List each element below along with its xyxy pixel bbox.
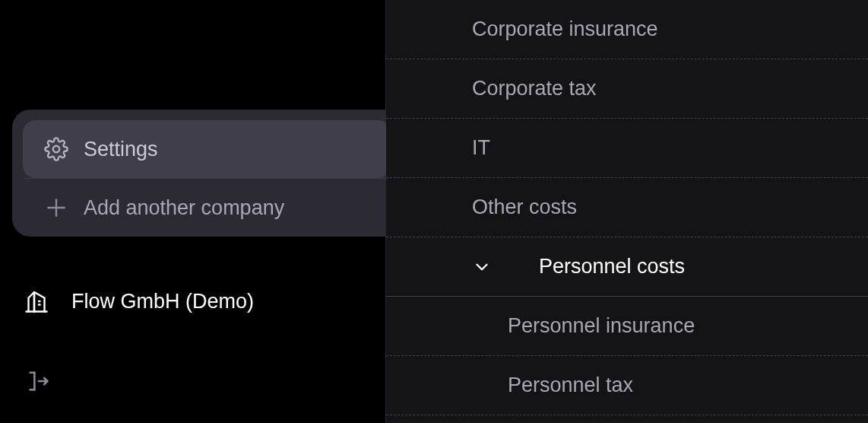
category-expandable[interactable]: Personnel costs bbox=[386, 237, 868, 297]
category-item[interactable]: IT bbox=[386, 119, 868, 178]
settings-menu-item[interactable]: Settings bbox=[23, 120, 391, 178]
company-menu-popover: Settings Add another company bbox=[12, 110, 401, 237]
category-label: Other costs bbox=[472, 196, 577, 219]
settings-label: Settings bbox=[84, 138, 158, 161]
category-list: Corporate insuranceCorporate taxITOther … bbox=[386, 0, 868, 415]
category-label: Personnel tax bbox=[508, 374, 633, 397]
category-label: Personnel costs bbox=[505, 255, 685, 278]
add-company-label: Add another company bbox=[84, 196, 284, 220]
sidebar: Settings Add another company Flow GmbH (… bbox=[0, 0, 386, 423]
category-sub-item[interactable]: Personnel tax bbox=[386, 356, 868, 415]
category-item[interactable]: Corporate insurance bbox=[386, 0, 868, 59]
logout-button[interactable] bbox=[26, 368, 52, 397]
company-row[interactable]: Flow GmbH (Demo) bbox=[23, 288, 254, 315]
logout-icon bbox=[26, 368, 52, 394]
category-label: Corporate insurance bbox=[472, 17, 658, 41]
category-label: Corporate tax bbox=[472, 77, 597, 100]
gear-icon bbox=[44, 137, 68, 161]
category-item[interactable]: Other costs bbox=[386, 178, 868, 237]
category-label: IT bbox=[472, 136, 490, 160]
company-name: Flow GmbH (Demo) bbox=[71, 290, 254, 313]
add-company-menu-item[interactable]: Add another company bbox=[23, 179, 391, 237]
building-icon bbox=[23, 288, 50, 315]
category-item[interactable]: Corporate tax bbox=[386, 59, 868, 119]
category-sub-item[interactable]: Personnel insurance bbox=[386, 297, 868, 356]
category-label: Personnel insurance bbox=[508, 314, 695, 338]
svg-point-0 bbox=[53, 146, 60, 153]
chevron-down-icon bbox=[472, 257, 492, 277]
plus-icon bbox=[44, 196, 68, 220]
category-panel: Corporate insuranceCorporate taxITOther … bbox=[386, 0, 868, 423]
